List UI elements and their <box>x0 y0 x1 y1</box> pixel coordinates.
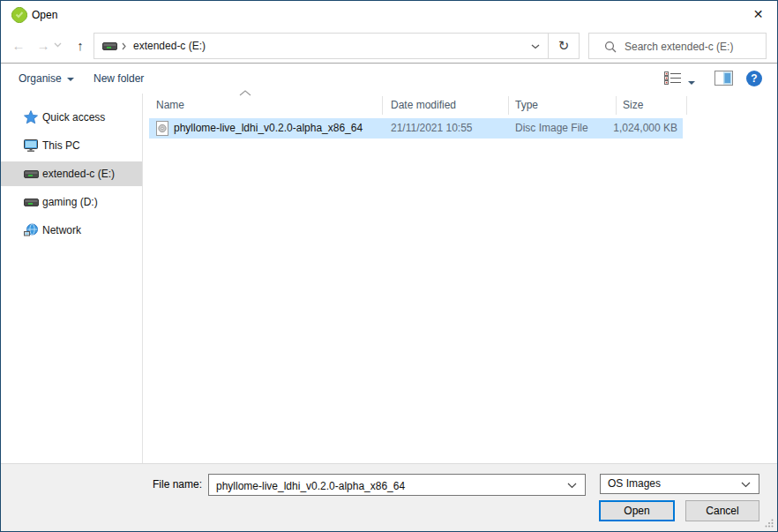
organise-label: Organise <box>19 72 62 85</box>
address-bar[interactable]: extended-c (E:) <box>94 33 549 59</box>
resize-grip[interactable] <box>765 519 774 528</box>
refresh-button[interactable]: ↻ <box>549 33 580 59</box>
cancel-button[interactable]: Cancel <box>685 500 759 521</box>
search-icon <box>604 41 617 53</box>
sort-ascending-icon <box>239 90 251 96</box>
column-header-type[interactable]: Type <box>515 94 538 117</box>
new-folder-label: New folder <box>94 72 144 85</box>
column-header-size[interactable]: Size <box>623 94 643 117</box>
close-button[interactable]: ✕ <box>739 1 777 28</box>
column-separator[interactable] <box>686 96 687 115</box>
column-separator[interactable] <box>616 96 617 115</box>
file-row-selected[interactable]: phyllome-live_ldhi_v0.2.0-alpha_x86_64 2… <box>149 118 683 139</box>
search-box <box>588 33 767 59</box>
change-view-button[interactable] <box>664 71 682 85</box>
sidebar-divider <box>142 94 143 463</box>
file-name: phyllome-live_ldhi_v0.2.0-alpha_x86_64 <box>174 118 363 139</box>
up-button[interactable]: ↑ <box>70 36 91 56</box>
close-icon: ✕ <box>753 7 764 21</box>
command-toolbar: Organise New folder <box>1 63 777 94</box>
column-separator[interactable] <box>508 96 509 115</box>
this-pc-monitor-icon <box>24 139 38 153</box>
preview-pane-button[interactable] <box>714 71 733 86</box>
column-header-date-modified[interactable]: Date modified <box>391 94 456 117</box>
refresh-icon: ↻ <box>558 38 570 53</box>
open-button[interactable]: Open <box>599 500 675 521</box>
file-name-input[interactable] <box>214 476 562 495</box>
search-input[interactable] <box>623 35 764 58</box>
forward-button[interactable]: → <box>33 36 54 56</box>
sidebar-item-gaming-d[interactable]: gaming (D:) <box>1 190 142 214</box>
open-dialog: Open ✕ ← → ↑ extended-c (E:) ↻ <box>0 0 778 532</box>
sidebar-item-network[interactable]: Network <box>1 218 142 243</box>
file-type-dropdown-chevron-icon <box>741 482 751 488</box>
new-folder-button[interactable]: New folder <box>94 64 144 94</box>
quick-access-star-icon <box>24 110 38 124</box>
file-name-combobox <box>208 474 586 496</box>
column-header-name[interactable]: Name <box>156 94 184 117</box>
recent-locations-chevron-icon[interactable] <box>54 42 62 48</box>
titlebar: Open ✕ <box>1 1 777 29</box>
file-date-modified: 21/11/2021 10:55 <box>391 118 473 139</box>
window-title: Open <box>32 1 57 29</box>
help-icon: ? <box>751 72 757 85</box>
file-name-dropdown-chevron-icon[interactable] <box>567 483 577 489</box>
details-view-icon <box>665 72 682 85</box>
file-name-label: File name: <box>124 475 202 495</box>
preview-pane-icon <box>715 71 733 86</box>
network-icon <box>24 223 38 237</box>
chevron-down-icon <box>531 44 540 49</box>
app-icon <box>11 7 27 23</box>
file-type-value: OS Images <box>608 475 661 493</box>
file-type: Disc Image File <box>515 118 588 139</box>
sidebar-item-quick-access[interactable]: Quick access <box>1 105 142 130</box>
back-icon: ← <box>12 38 26 53</box>
file-type-select[interactable]: OS Images <box>600 474 759 494</box>
organise-button[interactable]: Organise <box>19 64 74 94</box>
view-options-caret-button[interactable] <box>688 76 695 88</box>
sidebar-item-this-pc[interactable]: This PC <box>1 133 142 158</box>
drive-icon <box>24 170 39 178</box>
breadcrumb-chevron-icon <box>122 42 126 50</box>
column-separator[interactable] <box>382 96 383 115</box>
sidebar-item-extended-c[interactable]: extended-c (E:) <box>1 161 142 186</box>
organise-caret-icon <box>67 78 74 81</box>
file-size: 1,024,000 KB <box>613 118 677 139</box>
help-button[interactable]: ? <box>746 71 762 86</box>
drive-icon <box>102 41 117 51</box>
footer: File name: OS Images Open Cancel <box>1 463 777 531</box>
address-dropdown-button[interactable] <box>523 34 548 58</box>
forward-icon: → <box>37 38 50 53</box>
disc-image-file-icon <box>156 121 168 136</box>
drive-icon <box>24 199 39 206</box>
breadcrumb-location[interactable]: extended-c (E:) <box>133 34 206 58</box>
back-button[interactable]: ← <box>8 36 29 56</box>
chevron-down-icon <box>688 81 695 85</box>
up-icon: ↑ <box>77 38 84 53</box>
